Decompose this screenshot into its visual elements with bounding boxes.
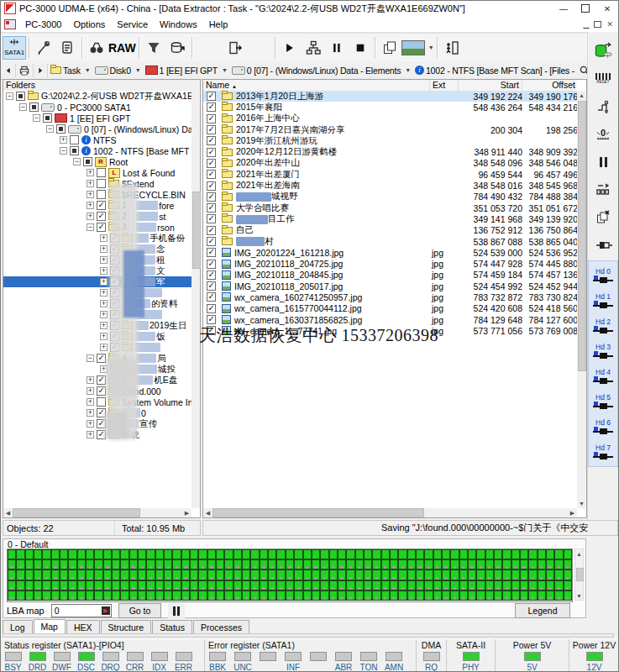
- utilities-button[interactable]: [32, 36, 55, 60]
- table-row[interactable]: 2016年上海中心: [203, 113, 577, 124]
- collapse-icon[interactable]: −: [6, 92, 13, 100]
- disk-copy-button[interactable]: [590, 37, 616, 65]
- checkbox[interactable]: [207, 270, 216, 280]
- map-block[interactable]: [112, 549, 120, 559]
- map-block[interactable]: [190, 580, 198, 591]
- expand-icon[interactable]: +: [100, 322, 108, 329]
- map-block[interactable]: [181, 570, 190, 580]
- map-block[interactable]: [190, 591, 198, 601]
- scroll-left-arrow[interactable]: ◀: [3, 508, 13, 517]
- scroll-up-arrow[interactable]: ▲: [577, 91, 586, 100]
- map-block[interactable]: [485, 580, 494, 591]
- tree-item[interactable]: −RRoot: [3, 156, 191, 167]
- checkbox[interactable]: [97, 212, 106, 221]
- tab-map[interactable]: Map: [34, 619, 66, 633]
- map-block[interactable]: [216, 580, 224, 591]
- map-block[interactable]: [433, 549, 442, 559]
- map-block[interactable]: [77, 570, 86, 580]
- maximize-button[interactable]: [574, 1, 596, 16]
- map-block[interactable]: [138, 559, 146, 570]
- map-block[interactable]: [364, 559, 372, 570]
- hd-port-hd3[interactable]: Hd 3: [590, 339, 616, 364]
- map-block[interactable]: [51, 570, 60, 580]
- map-block[interactable]: [564, 591, 572, 601]
- map-block[interactable]: [94, 580, 102, 591]
- map-block[interactable]: [198, 559, 207, 570]
- map-block[interactable]: [424, 559, 433, 570]
- map-block[interactable]: [120, 580, 129, 591]
- map-block[interactable]: [294, 559, 302, 570]
- expand-icon[interactable]: +: [100, 300, 108, 307]
- map-block[interactable]: [224, 580, 233, 591]
- map-block[interactable]: [146, 559, 155, 570]
- map-block[interactable]: [77, 549, 86, 559]
- checkbox[interactable]: [43, 113, 52, 123]
- map-block[interactable]: [528, 570, 537, 580]
- tree-item[interactable]: +: [3, 342, 191, 353]
- map-block[interactable]: [286, 570, 294, 580]
- map-block[interactable]: [103, 559, 112, 570]
- map-block[interactable]: [424, 580, 433, 591]
- map-block[interactable]: [129, 549, 138, 559]
- map-block[interactable]: [286, 580, 294, 591]
- head-test-button[interactable]: [590, 92, 616, 120]
- map-block[interactable]: [390, 591, 398, 601]
- map-block[interactable]: [390, 570, 398, 580]
- map-block[interactable]: [8, 591, 16, 601]
- map-block[interactable]: [459, 559, 468, 570]
- pause-button[interactable]: [590, 148, 616, 176]
- checkbox[interactable]: [97, 419, 106, 428]
- map-block[interactable]: [329, 570, 338, 580]
- exit-task-button[interactable]: [440, 36, 464, 60]
- scroll-right-arrow[interactable]: ▶: [568, 508, 577, 517]
- tree-item[interactable]: +文: [3, 265, 191, 276]
- tree-item[interactable]: −0 [07] - (Windows/Linux) Data - Elemer: [3, 123, 191, 134]
- tree-item[interactable]: −3、rson: [3, 222, 191, 233]
- checkbox[interactable]: [207, 114, 216, 123]
- scroll-left-arrow[interactable]: ◀: [203, 508, 212, 517]
- tree-item[interactable]: −0 - PC3000 SATA1: [3, 102, 191, 113]
- map-block[interactable]: [502, 580, 511, 591]
- expand-icon[interactable]: +: [100, 311, 108, 318]
- port-sata1-button[interactable]: SATA1: [3, 36, 26, 60]
- table-row[interactable]: IMG_20210118_204845.jpgjpg574 459 184574…: [203, 270, 577, 281]
- map-block[interactable]: [60, 559, 68, 570]
- map-block[interactable]: [216, 559, 224, 570]
- map-block[interactable]: [164, 549, 172, 559]
- expand-icon[interactable]: +: [100, 289, 108, 297]
- map-block[interactable]: [520, 591, 528, 601]
- map-block[interactable]: [207, 559, 216, 570]
- tree-item[interactable]: +2019生日: [3, 320, 191, 331]
- copy-data-button[interactable]: [378, 36, 401, 60]
- map-block[interactable]: [112, 570, 120, 580]
- expand-icon[interactable]: +: [87, 191, 94, 198]
- tree-item[interactable]: +0: [3, 407, 191, 418]
- map-block[interactable]: [260, 580, 268, 591]
- column-header-name[interactable]: Name ▲: [203, 80, 430, 91]
- tree-item[interactable]: +: [3, 309, 191, 320]
- checkbox[interactable]: [110, 343, 119, 352]
- list-vertical-scrollbar[interactable]: ▲ ▼: [577, 91, 586, 508]
- map-block[interactable]: [538, 559, 546, 570]
- map-block[interactable]: [372, 559, 380, 570]
- map-block[interactable]: [407, 549, 416, 559]
- expand-icon[interactable]: +: [87, 431, 94, 438]
- checkbox[interactable]: [207, 159, 216, 168]
- map-block[interactable]: [146, 549, 155, 559]
- map-block[interactable]: [138, 591, 146, 601]
- map-block[interactable]: [286, 559, 294, 570]
- map-block[interactable]: [120, 559, 129, 570]
- map-block[interactable]: [42, 570, 50, 580]
- map-block[interactable]: [320, 580, 328, 591]
- map-block[interactable]: [338, 549, 346, 559]
- map-block[interactable]: [381, 570, 390, 580]
- map-block[interactable]: [398, 591, 407, 601]
- map-block[interactable]: [129, 591, 138, 601]
- checkbox[interactable]: [207, 125, 216, 134]
- checkbox[interactable]: [207, 181, 216, 191]
- checkbox[interactable]: [110, 255, 119, 265]
- map-block[interactable]: [233, 549, 242, 559]
- map-block[interactable]: [294, 549, 302, 559]
- collapse-icon[interactable]: −: [46, 125, 54, 133]
- crumb-task[interactable]: Task▼: [49, 65, 92, 76]
